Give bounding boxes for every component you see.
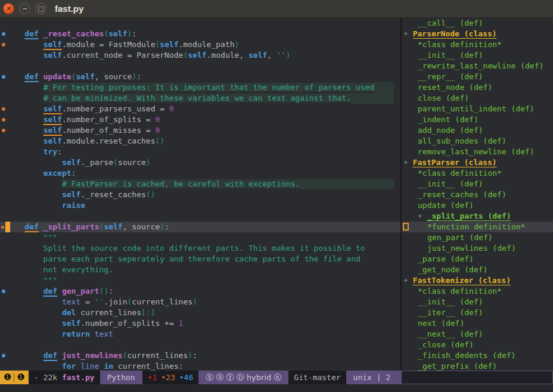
outline-item[interactable]: *function definition*: [402, 222, 553, 232]
outline-item[interactable]: close (def): [402, 93, 553, 104]
code-line[interactable]: self.number_of_splits = 0: [0, 114, 400, 125]
expand-icon[interactable]: +: [403, 276, 413, 285]
expand-icon[interactable]: +: [418, 211, 427, 220]
code-text: not everything.: [0, 265, 113, 275]
line-filler: [155, 189, 394, 200]
code-line[interactable]: [0, 340, 400, 350]
outline-item[interactable]: _indent (def): [402, 114, 553, 125]
code-editor[interactable]: def _reset_caches(self): self.module = F…: [0, 18, 400, 371]
outline-item[interactable]: __init__ (def): [402, 297, 553, 307]
outline-item[interactable]: reset_node (def): [402, 82, 553, 93]
flycheck-warning-count[interactable]: •23: [161, 371, 175, 384]
code-line[interactable]: self.module = FastModule(self.module_pat…: [0, 39, 400, 50]
outline-item[interactable]: all_sub_nodes (def): [402, 136, 553, 147]
code-line[interactable]: """: [0, 232, 400, 243]
outline-item[interactable]: __repr__ (def): [402, 71, 553, 82]
code-line[interactable]: # FastParser is cached, be careful with …: [0, 179, 400, 189]
code-line[interactable]: self._reset_caches(): [0, 189, 400, 200]
outline-label: _finish_dedents (def): [418, 351, 515, 360]
close-icon[interactable]: ✕: [3, 3, 14, 14]
outline-item[interactable]: update (def): [402, 200, 553, 211]
outline-item[interactable]: __init__ (def): [402, 50, 553, 61]
code-line[interactable]: parse each part seperately and therefore…: [0, 254, 400, 265]
code-line[interactable]: self._parse(source): [0, 157, 400, 168]
flycheck-info-dot: [2, 75, 5, 79]
outline-item[interactable]: __call__ (def): [402, 18, 553, 29]
outline-panel[interactable]: __call__ (def)+ ParserNode (class)*class…: [402, 18, 553, 371]
code-line[interactable]: def gen_part():: [0, 286, 400, 297]
outline-item[interactable]: __init__ (def): [402, 179, 553, 189]
major-mode-segment[interactable]: Python: [100, 371, 142, 384]
code-line[interactable]: def update(self, source):: [0, 71, 400, 82]
code-line[interactable]: [0, 211, 400, 222]
outline-label: reset_node (def): [418, 83, 492, 92]
outline-item[interactable]: _reset_caches (def): [402, 189, 553, 200]
outline-item[interactable]: *class definition*: [402, 168, 553, 179]
vc-segment[interactable]: Git-master: [288, 371, 346, 384]
outline-item[interactable]: next (def): [402, 318, 553, 329]
outline-item[interactable]: __iter__ (def): [402, 307, 553, 318]
code-line[interactable]: [0, 18, 400, 29]
code-line[interactable]: def _split_parts(self, source):: [0, 222, 400, 232]
outline-item[interactable]: just_newlines (def): [402, 243, 553, 254]
outline-item[interactable]: remove_last_newline (def): [402, 147, 553, 157]
outline-item[interactable]: *class definition*: [402, 286, 553, 297]
outline-item[interactable]: _get_prefix (def): [402, 361, 553, 371]
line-filler: [197, 297, 394, 307]
line-filler: [374, 82, 394, 93]
code-line[interactable]: self.module.reset_caches(): [0, 136, 400, 147]
code-text: # For testing purposes: It is important …: [0, 82, 374, 93]
minimize-icon[interactable]: −: [19, 3, 30, 14]
code-text: def _split_parts(self, source):: [0, 222, 169, 232]
code-text: del current_lines[:]: [0, 307, 155, 318]
buffer-info-segment[interactable]: - 22k fast.py: [29, 371, 100, 384]
outline-item[interactable]: + ParserNode (class): [402, 29, 553, 39]
expand-icon[interactable]: +: [403, 158, 413, 167]
outline-label: __iter__ (def): [418, 308, 483, 317]
flycheck-info-dot: [2, 290, 5, 293]
code-line[interactable]: self.number_of_misses = 0: [0, 125, 400, 136]
echo-area[interactable]: [0, 384, 553, 392]
outline-item[interactable]: _finish_dedents (def): [402, 350, 553, 361]
flycheck-warning-dot: [2, 129, 5, 132]
outline-item[interactable]: *class definition*: [402, 39, 553, 50]
outline-label: FastParser (class): [413, 158, 497, 167]
outline-item[interactable]: + FastParser (class): [402, 157, 553, 168]
code-line[interactable]: text = ''.join(current_lines): [0, 297, 400, 307]
outline-item[interactable]: parent_until_indent (def): [402, 104, 553, 114]
minor-modes-segment[interactable]: ⓢ ⓐ ⓨ Ⓓ hybrid Ⓚ: [198, 371, 288, 384]
code-line[interactable]: not everything.: [0, 265, 400, 275]
outline-item[interactable]: add_node (def): [402, 125, 553, 136]
code-line[interactable]: # can be minimized. With these variables…: [0, 93, 400, 104]
flycheck-error-count[interactable]: •1: [148, 371, 157, 384]
outline-item[interactable]: _get_node (def): [402, 265, 553, 275]
outline-item[interactable]: + _split_parts (def): [402, 211, 553, 222]
code-line[interactable]: def _reset_caches(self):: [0, 29, 400, 39]
maximize-icon[interactable]: □: [35, 3, 46, 14]
code-line[interactable]: # For testing purposes: It is important …: [0, 82, 400, 93]
code-line[interactable]: self.number_parsers_used = 0: [0, 104, 400, 114]
code-text: self._parse(source): [0, 157, 151, 168]
code-line[interactable]: try:: [0, 147, 400, 157]
code-line[interactable]: raise: [0, 200, 400, 211]
flycheck-segment[interactable]: •1 •23 •46: [142, 371, 199, 384]
outline-item[interactable]: _close (def): [402, 340, 553, 350]
code-line[interactable]: for line in current_lines:: [0, 361, 400, 371]
code-line[interactable]: [0, 61, 400, 71]
outline-item[interactable]: _rewrite_last_newline (def): [402, 61, 553, 71]
code-line[interactable]: del current_lines[:]: [0, 307, 400, 318]
code-line[interactable]: self.number_of_splits += 1: [0, 318, 400, 329]
code-line[interactable]: """: [0, 275, 400, 286]
outline-item[interactable]: __next__ (def): [402, 329, 553, 340]
line-filler: [361, 254, 394, 265]
flycheck-info-count[interactable]: •46: [179, 371, 193, 384]
code-line[interactable]: return text: [0, 329, 400, 340]
code-line[interactable]: self.current_node = ParserNode(self.modu…: [0, 50, 400, 61]
outline-item[interactable]: gen_part (def): [402, 232, 553, 243]
code-line[interactable]: def just_newlines(current_lines):: [0, 350, 400, 361]
code-line[interactable]: Split the source code into different par…: [0, 243, 400, 254]
outline-item[interactable]: _parse (def): [402, 254, 553, 265]
code-line[interactable]: except:: [0, 168, 400, 179]
expand-icon[interactable]: +: [403, 29, 413, 38]
outline-item[interactable]: + FastTokenizer (class): [402, 275, 553, 286]
